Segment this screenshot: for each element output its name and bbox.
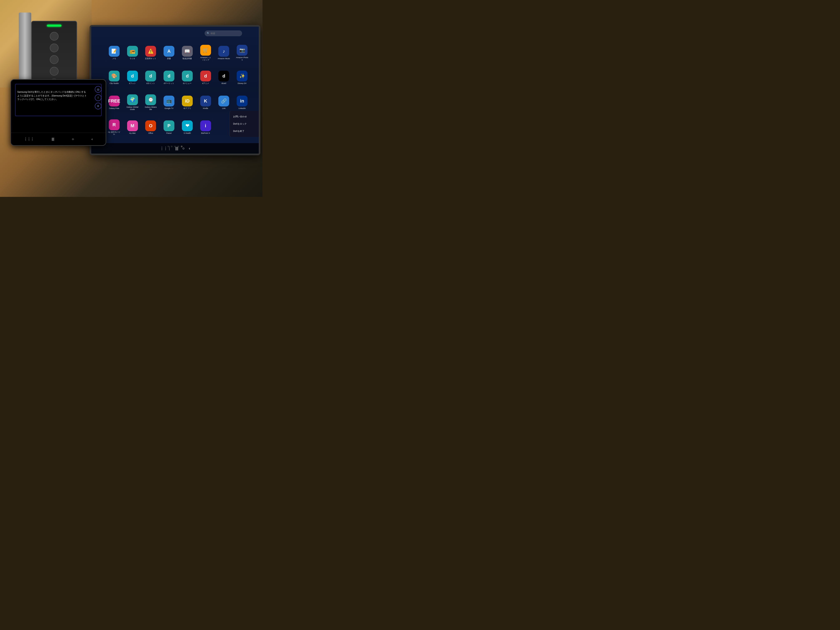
app-item-galaxy-wear[interactable]: ⌚Galaxy Wearable: [142, 91, 159, 114]
app-item-galaxy-free[interactable]: FREEGalaxy Free: [106, 91, 123, 114]
app-icon-kindle: K: [200, 96, 211, 106]
app-item-disaster[interactable]: ⚠️災害用キット: [142, 41, 159, 65]
app-item-radio[interactable]: 📻ラジオ: [124, 41, 141, 65]
phone-nav-home[interactable]: ○: [72, 137, 74, 141]
app-item-manual[interactable]: 📖取扱説明書: [179, 41, 196, 65]
app-icon-memo: 📝: [109, 46, 120, 57]
app-label-amazon-shop: Amazonショッピング: [199, 57, 212, 61]
app-item-amazon-music[interactable]: ♪Amazon Music: [216, 41, 232, 65]
tablet-buttons: [32, 22, 76, 87]
app-icon-google-tv: 📺: [164, 96, 174, 106]
phone-dialog-btn-settings[interactable]: ◎: [95, 86, 101, 93]
app-icon-dcard: d: [218, 71, 229, 82]
app-icon-galaxy-goals: 🌍: [127, 95, 138, 105]
app-item-amazon-photos[interactable]: 📷Amazon Photos: [234, 41, 250, 65]
app-label-dphoto: dフォト: [129, 82, 136, 85]
app-icon-dmenu: d: [182, 71, 193, 82]
tablet-btn-1[interactable]: [50, 32, 58, 41]
app-label-disney-dx: Disney DX: [238, 82, 247, 85]
app-label-office: Office: [148, 132, 153, 134]
app-icon-amazon-shop: 🛒: [200, 45, 211, 55]
search-bar[interactable]: 🔍: [205, 30, 242, 36]
phone: Samsung DeXを実行したときにタッチパッドを自動的にONにするように設定…: [10, 79, 106, 146]
monitor: 🔍 ❮ 📝メモ📻ラジオ⚠️災害用キットA辞書📖取扱説明書🛒Amazonショッピン…: [90, 25, 261, 155]
app-label-ibispoint: ibisPoint X: [201, 132, 210, 134]
app-item-kindle[interactable]: KKindle: [197, 91, 214, 114]
app-icon-galaxy-wear: ⌚: [145, 95, 156, 105]
app-item-memo[interactable]: 📝メモ: [106, 41, 123, 65]
app-label-paravi: Paravi: [166, 132, 172, 134]
tablet-led: [47, 25, 62, 27]
phone-nav-back[interactable]: ‹: [92, 137, 93, 141]
app-item-dict[interactable]: A辞書: [161, 41, 177, 65]
app-item-ibispoint[interactable]: iibisPoint X: [197, 116, 214, 139]
phone-nav-lines[interactable]: |||: [52, 137, 54, 141]
app-item-amazon-shop[interactable]: 🛒Amazonショッピング: [197, 41, 214, 65]
app-item-clip-studio[interactable]: 🎨Clip Studio: [106, 66, 123, 89]
app-label-google-tv: Google TV: [164, 107, 174, 110]
app-icon-danime: d: [200, 71, 211, 82]
app-label-kindle: Kindle: [203, 107, 208, 110]
app-item-dphoto[interactable]: ddフォト: [124, 66, 141, 89]
taskbar-apps-icon[interactable]: ⋮⋮⋮: [160, 146, 171, 151]
app-label-dict: 辞書: [167, 57, 171, 60]
app-label-disaster: 災害用キット: [145, 57, 156, 60]
app-label-galaxy-free: Galaxy Free: [109, 107, 119, 110]
app-icon-my-daiz: M: [127, 120, 138, 131]
app-item-danime[interactable]: ddアニメ: [197, 66, 214, 89]
phone-dialog-btn-info[interactable]: !: [95, 95, 101, 101]
phone-nav-apps[interactable]: ⋮⋮⋮: [24, 137, 34, 141]
context-item-dex-lock[interactable]: DeXをロック: [230, 120, 259, 128]
desk-left-area: [0, 0, 92, 87]
app-label-danime: dアニメ: [202, 82, 209, 85]
app-item-link[interactable]: 🔗Link: [216, 91, 232, 114]
app-icon-dmarket: d: [164, 71, 174, 82]
taskbar-home-icon[interactable]: ○: [183, 146, 185, 151]
app-item-office[interactable]: OOffice: [142, 116, 159, 139]
app-icon-dpoints: d: [145, 71, 156, 82]
tablet-btn-3[interactable]: [50, 55, 58, 64]
app-item-dmenu[interactable]: ddメニュー: [179, 66, 196, 89]
app-label-galaxy-wear: Galaxy Wearable: [144, 106, 157, 111]
app-item-dmarket[interactable]: ddマーケット: [161, 66, 177, 89]
app-icon-manual: 📖: [182, 46, 193, 57]
app-label-link: Link: [222, 107, 226, 110]
app-label-amazon-music: Amazon Music: [218, 57, 230, 60]
app-item-my-daiz[interactable]: Mmy daiz: [124, 116, 141, 139]
app-item-shealth[interactable]: ❤S Health: [179, 116, 196, 139]
app-item-galaxy-goals[interactable]: 🌍Galaxy Global Goals: [124, 91, 141, 114]
app-item-rakuten-mobile[interactable]: Rmy 楽天モバイル: [106, 116, 123, 139]
phone-navbar: ⋮⋮⋮ ||| ○ ‹: [11, 133, 106, 145]
app-item-google-tv[interactable]: 📺Google TV: [161, 91, 177, 114]
app-label-dcard: dcard: [221, 82, 226, 85]
app-item-dpoints[interactable]: ddポイント: [142, 66, 159, 89]
app-item-disney-dx[interactable]: ✨Disney DX: [234, 66, 250, 89]
tablet-btn-2[interactable]: [50, 44, 58, 52]
app-icon-shealth: ❤: [182, 120, 193, 131]
app-label-memo: メモ: [112, 57, 116, 60]
phone-dialog-btn-close[interactable]: ✕: [95, 103, 101, 109]
context-item-dex-end[interactable]: DeXを終了: [230, 128, 259, 135]
app-icon-linkedin: in: [237, 96, 248, 106]
app-item-paravi[interactable]: PParavi: [161, 116, 177, 139]
app-icon-dphoto: d: [127, 71, 138, 82]
app-label-linkedin: LinkedIn: [238, 107, 246, 110]
tablet-btn-4[interactable]: [50, 67, 58, 76]
tablet-device: [31, 21, 77, 87]
app-label-dmenu: dメニュー: [183, 82, 191, 85]
taskbar-lines-icon[interactable]: |||: [175, 146, 178, 151]
phone-dialog-buttons: ◎ ! ✕: [95, 86, 101, 109]
app-label-id-app: iDアプリ: [183, 107, 191, 110]
app-label-shealth: S Health: [184, 132, 191, 134]
context-item-contact[interactable]: お問い合わせ: [230, 113, 259, 120]
app-label-amazon-photos: Amazon Photos: [236, 57, 248, 61]
app-icon-disaster: ⚠️: [145, 46, 156, 57]
search-input[interactable]: [211, 32, 240, 35]
app-icon-amazon-photos: 📷: [237, 45, 248, 55]
phone-screen: Samsung DeXを実行したときにタッチパッドを自動的にONにするように設定…: [11, 80, 106, 133]
app-icon-dict: A: [164, 46, 174, 57]
app-icon-galaxy-free: FREE: [109, 96, 120, 106]
app-item-dcard[interactable]: ddcard: [216, 66, 232, 89]
app-item-id-app[interactable]: iDiDアプリ: [179, 91, 196, 114]
taskbar-back-icon[interactable]: ‹: [189, 146, 190, 151]
